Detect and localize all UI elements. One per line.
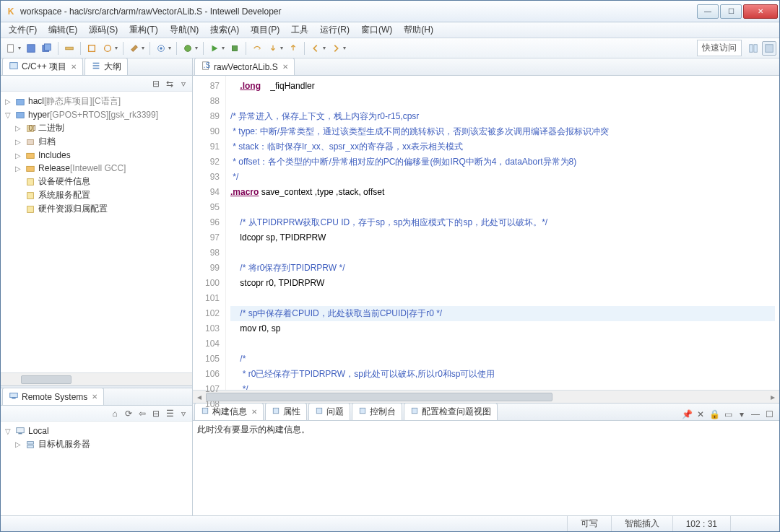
connect-button[interactable] <box>62 41 77 56</box>
menu-item[interactable]: 源码(S) <box>84 22 123 38</box>
tree-item-hw-config[interactable]: 设备硬件信息 <box>2 175 191 188</box>
code-line[interactable]: /* 从TPIDRPRW获取CPU ID，存于sp，sp为相应模式下的sp，此处… <box>230 215 775 230</box>
maximize-icon[interactable]: ☐ <box>763 409 775 420</box>
collapse-icon[interactable]: ▽ <box>4 427 12 435</box>
expand-icon[interactable]: ▷ <box>14 138 22 146</box>
link-editor-icon[interactable]: ⇆ <box>164 78 176 90</box>
remote-tree[interactable]: ▽ Local ▷ 目标机服务器 <box>1 422 192 515</box>
close-icon[interactable]: ✕ <box>92 393 98 401</box>
dropdown-icon[interactable]: ▾ <box>280 45 285 51</box>
dropdown-icon[interactable]: ▾ <box>323 45 327 51</box>
code-line[interactable]: * offset：各个类型的中断/异常相对应的PC的偏移量(例如IRQ中断为4，… <box>230 154 775 170</box>
tree-item-target[interactable]: ▷ 目标机服务器 <box>2 437 191 451</box>
code-line[interactable] <box>230 94 775 109</box>
close-icon[interactable]: ✕ <box>251 408 257 416</box>
code-line[interactable]: mov r0, sp <box>230 321 775 336</box>
step-into-button[interactable] <box>266 41 280 56</box>
hammer-button[interactable] <box>127 41 142 56</box>
tree-item-release[interactable]: ▷ Release[Intewell GCC] <box>2 162 191 175</box>
step-return-button[interactable] <box>286 41 300 56</box>
code-line[interactable]: .macro save_context ,type ,stack, offset <box>230 185 775 200</box>
tab-outline[interactable]: 大纲 <box>84 58 128 75</box>
h-scrollbar[interactable] <box>1 372 192 385</box>
menu-item[interactable]: 文件(F) <box>4 22 42 38</box>
bottom-tab[interactable]: 配置检查问题视图 <box>404 403 498 420</box>
close-button[interactable]: ✕ <box>743 4 778 19</box>
code-line[interactable]: */ <box>230 170 775 185</box>
code-line[interactable]: /* 将r0保存到TPIDRPRW */ <box>230 261 775 276</box>
build-all-button[interactable] <box>100 41 115 56</box>
home-icon[interactable]: ⌂ <box>109 408 121 419</box>
lock-icon[interactable]: 🔒 <box>708 409 720 420</box>
collapse-icon[interactable]: ⊟ <box>150 408 162 419</box>
editor-body[interactable]: 8788899091929394959697989910010110210310… <box>193 76 779 390</box>
code-area[interactable]: .long _fiqHandler /* 异常进入，保存上下文，栈上内容为r0-… <box>226 76 779 390</box>
editor-tab[interactable]: .S rawVectorALib.S ✕ <box>194 58 295 75</box>
quick-access-input[interactable]: 快速访问 <box>697 40 742 56</box>
code-line[interactable]: /* 异常进入，保存上下文，栈上内容为r0-r15,cpsr <box>230 109 775 124</box>
perspective-button[interactable] <box>746 41 760 56</box>
menu-item[interactable]: 编辑(E) <box>43 22 82 38</box>
dropdown-icon[interactable]: ▾ <box>195 45 199 51</box>
expand-icon[interactable]: ▷ <box>14 440 22 448</box>
dropdown-icon[interactable]: ▾ <box>18 45 22 51</box>
run-button[interactable] <box>207 41 222 56</box>
step-over-button[interactable] <box>250 41 264 56</box>
maximize-button[interactable]: ☐ <box>720 4 742 19</box>
tab-projects[interactable]: C/C++ 项目 ✕ <box>2 58 83 75</box>
code-line[interactable] <box>230 200 775 215</box>
clear-icon[interactable]: ✕ <box>695 409 706 420</box>
collapse-icon[interactable]: ▽ <box>4 111 12 119</box>
pin-icon[interactable]: 📌 <box>681 409 693 420</box>
dropdown-icon[interactable]: ▾ <box>168 45 173 51</box>
bottom-tab[interactable]: 问题 <box>308 403 350 420</box>
tree-item-svc-config[interactable]: 系统服务配置 <box>2 188 191 202</box>
menu-icon[interactable]: ▾ <box>736 409 748 420</box>
menu-item[interactable]: 导航(N) <box>165 22 204 38</box>
forward-button[interactable] <box>329 41 343 56</box>
menu-item[interactable]: 重构(T) <box>124 22 162 38</box>
menu-item[interactable]: 搜索(A) <box>205 22 244 38</box>
dropdown-icon[interactable]: ▾ <box>222 45 226 51</box>
collapse-all-icon[interactable]: ⊟ <box>150 78 162 90</box>
tree-item-includes[interactable]: ▷ Includes <box>2 149 191 162</box>
tab-remote-systems[interactable]: Remote Systems ✕ <box>2 388 104 405</box>
menu-item[interactable]: 运行(R) <box>315 22 355 38</box>
code-line[interactable]: * stack：临时保存lr_xx、spsr_xx的寄存器，xx表示相关模式 <box>230 139 775 154</box>
code-line[interactable]: */ <box>230 382 775 390</box>
code-line[interactable]: stcopr r0, TPIDRPRW <box>230 276 775 291</box>
code-line[interactable] <box>230 336 775 352</box>
perspective-c-button[interactable] <box>762 41 776 56</box>
back-button[interactable] <box>308 41 323 56</box>
tree-item-archive[interactable]: ▷ 归档 <box>2 135 191 149</box>
build-button[interactable] <box>84 41 99 56</box>
expand-icon[interactable]: ▷ <box>14 124 22 132</box>
scroll-track[interactable] <box>206 391 766 403</box>
code-line[interactable]: * r0已经保存于TPIDRPRW，sp此处可以破坏,所以r0和sp可以使用 <box>230 367 775 382</box>
menu-item[interactable]: 窗口(W) <box>356 22 397 38</box>
close-icon[interactable]: ✕ <box>282 63 288 71</box>
scroll-right-icon[interactable]: ▸ <box>766 391 779 403</box>
dropdown-icon[interactable]: ▾ <box>142 45 146 51</box>
menu-item[interactable]: 工具 <box>286 22 313 38</box>
view-menu-icon[interactable]: ▿ <box>178 78 189 90</box>
tree-item-local[interactable]: ▽ Local <box>2 424 191 437</box>
menu-item[interactable]: 帮助(H) <box>399 22 438 38</box>
tree-item-res-config[interactable]: 硬件资源归属配置 <box>2 202 191 216</box>
bottom-tab[interactable]: 属性 <box>265 403 307 420</box>
target-button[interactable] <box>154 41 168 56</box>
expand-icon[interactable]: ▷ <box>14 165 22 173</box>
dropdown-icon[interactable]: ▾ <box>343 45 347 51</box>
code-line[interactable]: ldcopr sp, TPIDRPRW <box>230 230 775 245</box>
code-line[interactable]: /* sp中保存着CPUID，此处获取当前CPUID|存于r0 */ <box>230 306 775 321</box>
code-line[interactable]: * type: 中断/异常类型，通过该类型生成不同的跳转标识，否则该宏被多次调用… <box>230 124 775 139</box>
refresh-icon[interactable]: ⟳ <box>123 408 134 419</box>
expand-icon[interactable]: ▷ <box>4 97 12 105</box>
new-button[interactable] <box>4 41 18 56</box>
save-button[interactable] <box>24 41 38 56</box>
scrollbar-thumb[interactable] <box>206 393 552 401</box>
save-all-button[interactable] <box>40 41 54 56</box>
dropdown-icon[interactable]: ▾ <box>115 45 119 51</box>
debug-button[interactable] <box>181 41 195 56</box>
code-line[interactable]: /* <box>230 352 775 367</box>
